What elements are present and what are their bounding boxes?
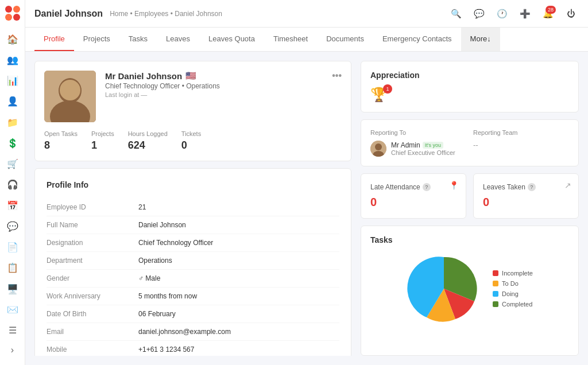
profile-info-title: Profile Info	[47, 180, 339, 189]
profile-info-card: Profile Info Employee ID 21 Full Name Da…	[34, 168, 351, 356]
reporting-card: Reporting To Mr	[361, 119, 579, 166]
legend-completed: Completed	[493, 301, 533, 308]
tasks-title: Tasks	[370, 235, 569, 244]
page-title: Daniel Johnson	[34, 9, 103, 19]
tab-more[interactable]: More↓	[461, 28, 500, 51]
info-value-department: Operations	[138, 257, 172, 265]
location-icon: 📍	[449, 181, 459, 190]
bell-icon[interactable]: 🔔 28	[540, 6, 556, 22]
app-logo[interactable]	[4, 5, 21, 22]
clock-icon[interactable]: 🕐	[494, 6, 510, 22]
info-label-gender: Gender	[47, 274, 138, 282]
leaves-taken-value: 0	[483, 196, 569, 209]
info-row-full-name: Full Name Daniel Johnson	[47, 216, 339, 234]
info-value-full-name: Daniel Johnson	[138, 221, 186, 229]
reporting-team-section: Reporting Team --	[473, 129, 569, 157]
reporting-person: Mr Admin It's you Chief Executive Office…	[370, 141, 466, 157]
sidebar-item-menu[interactable]: ☰	[2, 321, 23, 340]
info-label-department: Department	[47, 257, 138, 265]
profile-role: Chief Technology Officer • Operations	[105, 82, 342, 90]
sidebar-item-team[interactable]: 👥	[2, 51, 23, 69]
reporting-team-label: Reporting Team	[473, 129, 569, 136]
legend-incomplete-label: Incomplete	[502, 270, 533, 277]
sidebar-item-file[interactable]: 📋	[2, 259, 23, 277]
info-value-mobile: +1+61 3 1234 567	[138, 345, 194, 354]
legend-doing: Doing	[493, 290, 533, 297]
legend-doing-label: Doing	[502, 290, 519, 297]
legend-incomplete: Incomplete	[493, 270, 533, 277]
plus-icon[interactable]: ➕	[517, 6, 533, 22]
header: Daniel Johnson Home • Employees • Daniel…	[25, 0, 588, 28]
info-value-gender: ♂ Male	[138, 274, 160, 282]
right-panel: Appreciation 🏆 1 Reporting To	[361, 61, 579, 356]
profile-more-button[interactable]: •••	[332, 71, 342, 81]
sidebar-item-chat[interactable]: 💬	[2, 217, 23, 235]
late-attendance-label: Late Attendance ?	[370, 183, 457, 191]
legend-completed-label: Completed	[502, 301, 532, 308]
late-attendance-card: Late Attendance ? 0 📍	[361, 173, 466, 219]
power-icon[interactable]: ⏻	[563, 6, 579, 22]
stat-open-tasks: Open Tasks 8	[44, 130, 78, 152]
sidebar-item-chart[interactable]: 📊	[2, 72, 23, 90]
manager-name: Mr Admin It's you	[391, 141, 466, 149]
tab-timesheet[interactable]: Timesheet	[264, 28, 317, 51]
info-row-email: Email daniel.johnson@example.com	[47, 323, 339, 341]
svg-point-0	[5, 6, 12, 13]
leaves-taken-label: Leaves Taken ?	[483, 183, 569, 191]
stat-projects: Projects 1	[91, 130, 114, 152]
avatar-image	[44, 71, 96, 122]
sidebar-item-cart[interactable]: 🛒	[2, 155, 23, 173]
svg-point-1	[13, 6, 20, 13]
info-row-employee-id: Employee ID 21	[47, 199, 339, 216]
tab-leaves-quota[interactable]: Leaves Quota	[199, 28, 264, 51]
profile-last-login: Last login at —	[105, 91, 342, 98]
tab-emergency-contacts[interactable]: Emergency Contacts	[373, 28, 461, 51]
sidebar: 🏠 👥 📊 👤 📁 💲 🛒 🎧 📅 💬 📄 📋 🖥️ ✉️ ☰ ›	[0, 0, 25, 365]
info-row-gender: Gender ♂ Male	[47, 270, 339, 288]
sidebar-item-dollar[interactable]: 💲	[2, 134, 23, 152]
leaves-taken-help-icon[interactable]: ?	[528, 183, 536, 191]
sidebar-item-calendar[interactable]: 📅	[2, 196, 23, 215]
tab-leaves[interactable]: Leaves	[157, 28, 199, 51]
legend-todo: To Do	[493, 280, 533, 287]
export-icon: ↗	[564, 181, 571, 190]
sidebar-item-folder[interactable]: 📁	[2, 113, 23, 131]
late-attendance-help-icon[interactable]: ?	[423, 183, 431, 191]
sidebar-item-expand[interactable]: ›	[2, 341, 23, 359]
tab-documents[interactable]: Documents	[317, 28, 373, 51]
breadcrumb: Home • Employees • Daniel Johnson	[110, 10, 222, 18]
reporting-to-label: Reporting To	[370, 129, 466, 136]
legend-doing-dot	[493, 291, 498, 297]
info-value-email: daniel.johnson@example.com	[138, 328, 231, 336]
stat-tickets-value: 0	[181, 139, 201, 152]
tab-profile[interactable]: Profile	[34, 28, 74, 51]
legend-completed-dot	[493, 301, 498, 307]
sidebar-item-email[interactable]: ✉️	[2, 300, 23, 319]
manager-info: Mr Admin It's you Chief Executive Office…	[391, 141, 466, 156]
chat-icon[interactable]: 💬	[471, 6, 487, 22]
tab-tasks[interactable]: Tasks	[119, 28, 157, 51]
main-area: Daniel Johnson Home • Employees • Daniel…	[25, 0, 588, 365]
avatar	[44, 71, 96, 122]
tasks-legend: Incomplete To Do Doing Completed	[493, 270, 533, 308]
info-label-dob: Date Of Birth	[47, 310, 138, 318]
info-row-dob: Date Of Birth 06 February	[47, 305, 339, 323]
sidebar-item-headset[interactable]: 🎧	[2, 176, 23, 194]
sidebar-item-home[interactable]: 🏠	[2, 30, 23, 48]
pie-container: Incomplete To Do Doing Completed	[370, 251, 569, 326]
tasks-card: Tasks	[361, 226, 579, 356]
info-value-dob: 06 February	[138, 310, 176, 318]
info-row-department: Department Operations	[47, 252, 339, 270]
stat-projects-value: 1	[91, 139, 114, 152]
info-value-designation: Chief Technology Officer	[138, 239, 213, 247]
search-icon[interactable]: 🔍	[448, 6, 464, 22]
tab-projects[interactable]: Projects	[74, 28, 119, 51]
trophy-wrap: 🏆 1	[370, 87, 388, 103]
stat-open-tasks-value: 8	[44, 139, 78, 152]
sidebar-item-people[interactable]: 👤	[2, 92, 23, 111]
profile-details: Mr Daniel Johnson 🇺🇸 ••• Chief Technolog…	[105, 71, 342, 98]
legend-todo-label: To Do	[502, 280, 519, 287]
sidebar-item-doc[interactable]: 📄	[2, 238, 23, 257]
svg-point-2	[5, 14, 12, 21]
sidebar-item-monitor[interactable]: 🖥️	[2, 279, 23, 298]
